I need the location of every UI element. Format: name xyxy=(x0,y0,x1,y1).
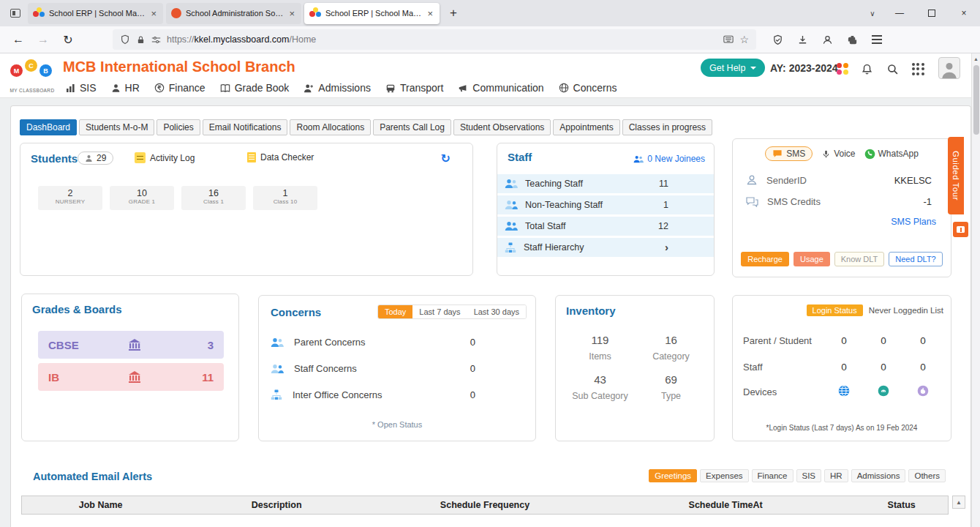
back-button[interactable]: ← xyxy=(7,29,29,50)
notifications-bell-icon[interactable] xyxy=(858,60,875,78)
students-count-badge[interactable]: 29 xyxy=(78,152,113,165)
downloads-icon[interactable] xyxy=(791,29,813,50)
menu-item-sis[interactable]: SIS xyxy=(66,82,97,94)
firefox-view-button[interactable] xyxy=(4,3,26,23)
tab-student-observations[interactable]: Student Observations xyxy=(453,119,551,135)
know-dlt-button[interactable]: Know DLT xyxy=(834,252,885,266)
forward-button[interactable]: → xyxy=(32,29,54,50)
activity-log-button[interactable]: Activity Log xyxy=(135,152,195,163)
board-row-ib[interactable]: IB 11 xyxy=(38,363,224,391)
stat-class10[interactable]: 1Class 10 xyxy=(253,186,317,210)
usage-button[interactable]: Usage xyxy=(794,252,830,266)
maximize-button[interactable] xyxy=(916,0,948,26)
minimize-button[interactable]: — xyxy=(883,0,916,26)
menu-item-hr[interactable]: HR xyxy=(111,82,140,94)
permissions-icon[interactable] xyxy=(151,35,161,45)
scrollbar-thumb[interactable] xyxy=(973,65,979,135)
stat-class1[interactable]: 16Class 1 xyxy=(181,186,246,210)
tab-policies[interactable]: Policies xyxy=(157,119,200,135)
tab-classes-in-progress[interactable]: Classes in progress xyxy=(622,119,712,135)
filter-greetings[interactable]: Greetings xyxy=(649,469,697,482)
menu-item-finance[interactable]: Finance xyxy=(154,82,206,94)
filter-expenses[interactable]: Expenses xyxy=(700,469,749,482)
tab-close-icon[interactable]: × xyxy=(287,8,296,19)
recharge-button[interactable]: Recharge xyxy=(741,252,789,266)
guided-tour-button[interactable]: Guided Tour xyxy=(948,137,964,214)
browser-tab-1[interactable]: School ERP | School Manageme × xyxy=(28,3,163,24)
data-checker-button[interactable]: Data Checker xyxy=(247,152,314,162)
concern-row-parent[interactable]: Parent Concerns 0 xyxy=(271,337,475,348)
get-help-button[interactable]: Get Help xyxy=(701,59,765,77)
new-joinees-link[interactable]: 0 New Joinees xyxy=(633,154,705,164)
table-scroll-up-button[interactable]: ▲ xyxy=(952,496,965,509)
bus-icon xyxy=(385,83,396,93)
privacy-shield-icon[interactable] xyxy=(766,29,788,50)
voice-tab[interactable]: Voice xyxy=(821,149,855,159)
tab-dashboard[interactable]: DashBoard xyxy=(20,119,77,135)
concern-row-staff[interactable]: Staff Concerns 0 xyxy=(271,363,475,374)
tab-students-mom[interactable]: Students M-o-M xyxy=(79,119,154,135)
profile-avatar[interactable] xyxy=(938,57,960,79)
url-bar[interactable]: https://kkel.myclassboard.com/Home ☆ xyxy=(113,29,756,50)
menu-item-admissions[interactable]: Admissions xyxy=(304,82,371,94)
page-action-icon[interactable] xyxy=(723,35,734,44)
reload-button[interactable]: ↻ xyxy=(57,29,79,50)
filter-today[interactable]: Today xyxy=(378,305,412,318)
apps-grid-icon[interactable] xyxy=(909,60,927,78)
mcb-logo[interactable]: M C B MY CLASSBOARD xyxy=(9,56,56,94)
inventory-sub-category[interactable]: 43Sub Category xyxy=(565,373,636,401)
extensions-icon[interactable] xyxy=(841,29,863,50)
inventory-category[interactable]: 16Category xyxy=(636,334,706,362)
tab-room-allocations[interactable]: Room Allocations xyxy=(290,119,371,135)
browser-tab-3-active[interactable]: School ERP | School Manageme × xyxy=(304,3,440,24)
board-row-cbse[interactable]: CBSE 3 xyxy=(38,331,224,359)
feedback-button[interactable] xyxy=(953,222,968,237)
tab-parents-call-log[interactable]: Parents Call Log xyxy=(373,119,451,135)
filter-others[interactable]: Others xyxy=(908,469,946,482)
menu-item-concerns[interactable]: Concerns xyxy=(559,82,617,94)
menu-item-communication[interactable]: Communication xyxy=(458,82,543,94)
tab-email-notifications[interactable]: Email Notifications xyxy=(203,119,288,135)
menu-item-transport[interactable]: Transport xyxy=(385,82,443,94)
need-dlt-button[interactable]: Need DLT? xyxy=(889,252,942,266)
whatsapp-tab[interactable]: WhatsApp xyxy=(864,149,919,160)
sms-tab[interactable]: SMS xyxy=(765,146,813,161)
staff-row-teaching[interactable]: Teaching Staff 11 xyxy=(497,174,714,193)
filter-admissions[interactable]: Admissions xyxy=(851,469,906,482)
filter-finance[interactable]: Finance xyxy=(752,469,794,482)
menu-icon[interactable] xyxy=(866,29,888,50)
filter-last-7-days[interactable]: Last 7 days xyxy=(412,305,467,318)
never-loggedin-tab[interactable]: Never Loggedin List xyxy=(869,306,943,315)
browser-tab-2[interactable]: School Administration Software × xyxy=(166,3,301,24)
inventory-items[interactable]: 119Items xyxy=(565,334,636,362)
menu-item-grade-book[interactable]: Grade Book xyxy=(220,82,290,94)
page-scrollbar[interactable]: ▲ xyxy=(971,53,980,527)
staff-row-non-teaching[interactable]: Non-Teaching Staff 1 xyxy=(497,195,714,214)
filter-sis[interactable]: SIS xyxy=(796,469,822,482)
inventory-type[interactable]: 69Type xyxy=(636,373,706,401)
lock-icon[interactable] xyxy=(136,35,146,45)
new-tab-button[interactable]: + xyxy=(444,4,463,23)
filter-hr[interactable]: HR xyxy=(824,469,848,482)
tab-appointments[interactable]: Appointments xyxy=(553,119,619,135)
sms-plans-link[interactable]: SMS Plans xyxy=(891,217,936,227)
tab-close-icon[interactable]: × xyxy=(426,8,434,19)
stat-nursery[interactable]: 2NURSERY xyxy=(38,186,102,210)
greetings-icon[interactable] xyxy=(834,60,851,78)
account-icon[interactable] xyxy=(816,29,838,50)
feedback-icon xyxy=(957,226,965,233)
bookmark-star-icon[interactable]: ☆ xyxy=(739,34,749,45)
staff-row-hierarchy[interactable]: Staff Hierarchy › xyxy=(497,238,714,257)
staff-row-total[interactable]: Total Staff 12 xyxy=(497,217,714,236)
stat-grade1[interactable]: 10GRADE 1 xyxy=(110,186,174,210)
search-icon[interactable] xyxy=(883,60,901,78)
scrollbar-up-arrow[interactable]: ▲ xyxy=(972,53,980,64)
filter-last-30-days[interactable]: Last 30 days xyxy=(467,305,526,318)
shield-icon[interactable] xyxy=(120,34,130,45)
tab-close-icon[interactable]: × xyxy=(149,8,158,19)
close-window-button[interactable]: × xyxy=(948,0,980,26)
login-status-tab[interactable]: Login Status xyxy=(807,304,863,316)
concern-row-inter-office[interactable]: Inter Office Concerns 0 xyxy=(271,389,475,400)
list-all-tabs-button[interactable]: ∨ xyxy=(862,10,883,18)
refresh-icon[interactable]: ↻ xyxy=(441,152,451,165)
